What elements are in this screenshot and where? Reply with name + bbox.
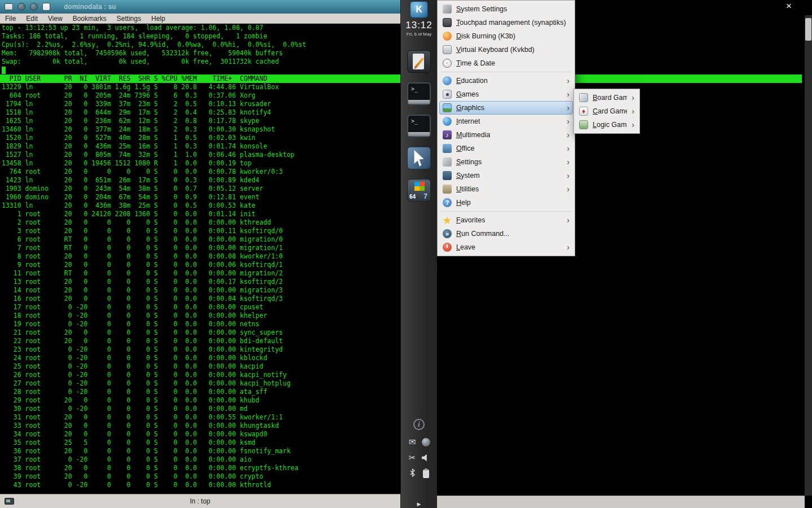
submenu-arrow-icon: ›	[632, 107, 634, 115]
process-line: 39 root 20 0 0 0 0 S 0 0.0 0:00.00 crypt…	[0, 472, 400, 481]
menu-item-label: Internet	[456, 117, 480, 125]
menu-item-settings[interactable]: Settings›	[439, 155, 573, 169]
menubar-item-edit[interactable]: Edit	[21, 15, 43, 23]
menu-item-card-games[interactable]: ♦Card Games›	[576, 104, 638, 118]
tray-volume[interactable]	[422, 454, 430, 462]
tray-mail[interactable]: ✉	[409, 437, 416, 447]
close-icon[interactable]: ×	[786, 1, 792, 12]
vertical-scrollbar[interactable]	[805, 15, 812, 496]
menu-item-games[interactable]: Games›	[439, 87, 573, 101]
process-line: 1518 ln 20 0 644m 29m 17m S 2 0.4 0:25.8…	[0, 108, 400, 117]
submenu-arrow-icon: ›	[567, 131, 570, 139]
education-icon	[443, 76, 452, 85]
on-all-desktops-button[interactable]	[17, 3, 25, 11]
submenu-arrow-icon: ›	[632, 121, 634, 129]
menubar-item-file[interactable]: File	[0, 15, 21, 23]
menu-item-office[interactable]: Office›	[439, 142, 573, 155]
process-line: 1960 domino 20 0 204m 67m 54m S 0 0.9 0:…	[0, 193, 400, 202]
launcher-remote-desktop[interactable]	[404, 145, 434, 171]
launcher-terminal-1[interactable]: >_	[404, 81, 434, 107]
menu-item-multimedia[interactable]: ♪Multimedia›	[439, 128, 573, 142]
submenu-arrow-icon: ›	[567, 172, 570, 179]
process-line: 764 root 20 0 0 0 0 S 0 0.0 0:00.78 kwor…	[0, 168, 400, 176]
tray-bluetooth[interactable]	[409, 468, 416, 479]
settings-icon	[443, 157, 452, 167]
vertical-scrollbar-thumb[interactable]	[805, 18, 811, 41]
menu-item-label: Time & Date	[456, 59, 495, 67]
notifications-info-icon[interactable]: i	[413, 419, 425, 430]
process-line: 34 root 20 0 0 0 0 S 0 0.0 0:00.00 kswap…	[0, 430, 400, 439]
process-line: 1903 domino 20 0 243m 54m 38m S 0 0.7 0:…	[0, 185, 400, 193]
panel-hide-arrow-icon[interactable]: ▶	[401, 501, 437, 507]
system-tray: i ✉✂	[401, 419, 437, 481]
tray-clipboard[interactable]	[423, 470, 429, 478]
menu-item-label: Multimedia	[456, 131, 490, 139]
process-line: 22 root 20 0 0 0 0 S 0 0.0 0:00.00 bdi-d…	[0, 337, 400, 345]
vm-label-64: 64	[409, 194, 416, 200]
menu-item-label: Virtual Keyboard (Kvkbd)	[456, 46, 535, 54]
menu-item-label: Card Games	[593, 107, 627, 115]
terminal-summary-line: Swap: 0k total, 0k used, 0k free, 301173…	[0, 58, 400, 66]
process-line: 1829 ln 20 0 436m 25m 16m S 1 0.3 0:01.7…	[0, 142, 400, 151]
help-icon: ?	[443, 198, 452, 207]
menubar-item-help[interactable]: Help	[146, 15, 170, 23]
menu-item-internet[interactable]: Internet›	[439, 115, 573, 128]
terminal-screen[interactable]: top - 13:12:53 up 23 min, 3 users, load …	[0, 24, 400, 494]
process-line: 16 root 20 0 0 0 0 S 0 0.0 0:00.04 ksoft…	[0, 295, 400, 303]
board-games-icon	[579, 93, 588, 102]
terminal-1-icon: >_	[407, 82, 431, 105]
menu-item-touchpad-management-synaptiks[interactable]: Touchpad management (synaptiks)	[439, 16, 573, 29]
menu-item-label: Education	[456, 77, 488, 85]
menu-item-disk-burning-k3b[interactable]: Disk Burning (K3b)	[439, 29, 573, 43]
menubar-item-view[interactable]: View	[43, 15, 68, 23]
menu-item-label: Games	[456, 90, 479, 98]
menu-item-system-settings[interactable]: System Settings	[439, 2, 573, 16]
process-line: 26 root 0 -20 0 0 0 S 0 0.0 0:00.00 kacp…	[0, 371, 400, 379]
menu-item-label: Office	[456, 144, 474, 152]
terminal-prompt-glyph: >_	[411, 118, 418, 124]
windows7-vm-icon: 647	[407, 179, 431, 202]
menu-item-virtual-keyboard-kvkbd[interactable]: Virtual Keyboard (Kvkbd)	[439, 43, 573, 56]
kickoff-menu: System SettingsTouchpad management (syna…	[437, 0, 575, 256]
menu-item-leave[interactable]: Leave›	[439, 240, 573, 254]
process-line: 604 root 20 0 205m 24m 7396 S 6 0.3 0:37…	[0, 91, 400, 100]
terminal-cursor-line	[0, 66, 400, 75]
process-line: 31 root 20 0 0 0 0 S 0 0.0 0:00.55 kwork…	[0, 413, 400, 422]
menu-item-time-date[interactable]: ·Time & Date	[439, 56, 573, 70]
keep-above-button[interactable]	[30, 3, 38, 11]
menubar-item-bookmarks[interactable]: Bookmarks	[68, 15, 112, 23]
mail-icon: ✉	[409, 437, 416, 447]
tray-network[interactable]	[422, 438, 430, 446]
menu-item-utilities[interactable]: Utilities›	[439, 182, 573, 196]
submenu-arrow-icon: ›	[567, 104, 570, 112]
menu-item-label: Graphics	[456, 104, 484, 112]
menubar-item-settings[interactable]: Settings	[112, 15, 146, 23]
maximize-button[interactable]	[42, 3, 50, 11]
launcher-terminal-2[interactable]: >_	[404, 113, 434, 139]
submenu-arrow-icon: ›	[567, 185, 570, 193]
menu-item-help[interactable]: ?Help	[439, 196, 573, 209]
kickoff-launcher-button[interactable]: K	[410, 1, 428, 18]
menu-item-logic-games[interactable]: Logic Games›	[576, 118, 638, 132]
launcher-text-editor[interactable]	[404, 49, 434, 75]
panel-launchers: >_>_647	[401, 49, 437, 209]
menu-item-favorites[interactable]: ★Favorites›	[439, 213, 573, 227]
menu-item-system[interactable]: System›	[439, 169, 573, 182]
konsole-menubar: FileEditViewBookmarksSettingsHelp	[0, 14, 400, 24]
terminal-summary-line: Tasks: 186 total, 1 running, 184 sleepin…	[0, 32, 400, 41]
menu-item-run-command[interactable]: »Run Command...	[439, 227, 573, 240]
menu-item-education[interactable]: Education›	[439, 74, 573, 87]
kde-logo-icon: K	[416, 5, 422, 15]
clock-time[interactable]: 13:12	[401, 20, 437, 31]
menu-item-graphics[interactable]: Graphics›	[439, 101, 573, 115]
process-line: 8 root 20 0 0 0 0 S 0 0.0 0:00.08 kworke…	[0, 252, 400, 261]
menu-item-label: Disk Burning (K3b)	[456, 32, 515, 40]
launcher-windows7-vm[interactable]: 647	[404, 177, 434, 203]
multimedia-icon: ♪	[443, 130, 452, 139]
titlebar[interactable]: dominodata : su	[0, 0, 400, 14]
window-menu-button[interactable]	[5, 3, 13, 10]
tray-klipper[interactable]: ✂	[409, 453, 416, 463]
menu-item-board-games[interactable]: Board Games›	[576, 91, 638, 104]
horizontal-scrollbar[interactable]	[437, 496, 805, 508]
process-line: 3 root 20 0 0 0 0 S 0 0.0 0:00.11 ksofti…	[0, 227, 400, 235]
